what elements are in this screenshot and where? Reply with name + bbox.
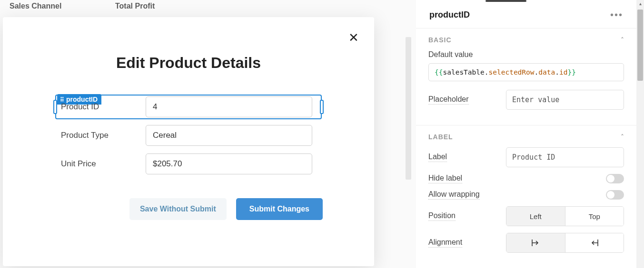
placeholder-input[interactable] [506, 90, 624, 110]
align-left-icon [531, 239, 540, 247]
position-top-button[interactable]: Top [565, 207, 624, 226]
table-header-cell[interactable]: Sales Channel [5, 0, 68, 13]
form-rows: Product ID Product Type Unit Price [57, 95, 320, 174]
position-label: Position [428, 211, 456, 221]
placeholder-label: Placeholder [428, 95, 469, 105]
alignment-label: Alignment [428, 238, 462, 248]
minimap-scroll[interactable] [406, 37, 411, 180]
edit-product-modal: ✕ Edit Product Details productID Product… [3, 17, 374, 266]
chevron-up-icon: ˄ [621, 133, 624, 141]
inspector-panel: productID ••• BASIC ˄ Default value {{sa… [416, 0, 636, 268]
alignment-segmented [506, 233, 624, 253]
scroll-up-icon[interactable]: ▴ [636, 1, 644, 6]
label-label: Label [428, 153, 447, 162]
chevron-up-icon: ˄ [621, 36, 624, 44]
hide-label-toggle[interactable] [606, 174, 624, 183]
allow-wrapping-label: Allow wrapping [428, 190, 480, 200]
save-without-submit-button[interactable]: Save Without Submit [129, 198, 227, 220]
section-label: LABEL ˄ Label Hide label Allow wrapping … [416, 125, 636, 261]
inspector-title: productID [429, 10, 470, 20]
align-right-button[interactable] [565, 233, 624, 252]
form-row-product-type[interactable]: Product Type [57, 125, 320, 146]
field-label: Unit Price [57, 159, 146, 169]
product-id-input[interactable] [146, 96, 312, 117]
table-header: Sales Channel Total Profit [0, 0, 416, 13]
section-header-label[interactable]: LABEL ˄ [428, 133, 624, 141]
section-basic: BASIC ˄ Default value {{salesTable.selec… [416, 28, 636, 125]
align-right-icon [590, 239, 599, 247]
hide-label-label: Hide label [428, 174, 462, 183]
position-left-button[interactable]: Left [506, 207, 565, 226]
form-row-product-id[interactable]: Product ID [55, 95, 322, 119]
field-label: Product Type [57, 131, 146, 140]
default-value-label: Default value [428, 50, 624, 59]
align-left-button[interactable] [506, 233, 565, 252]
allow-wrapping-toggle[interactable] [606, 190, 624, 200]
modal-title: Edit Product Details [27, 54, 350, 72]
section-title: LABEL [428, 133, 453, 141]
form-row-unit-price[interactable]: Unit Price [57, 153, 320, 174]
active-tab-indicator [485, 0, 526, 2]
scrollbar-thumb[interactable] [637, 10, 643, 81]
field-label: Product ID [57, 102, 146, 112]
submit-changes-button[interactable]: Submit Changes [236, 198, 323, 220]
unit-price-input[interactable] [146, 153, 312, 174]
label-input[interactable] [506, 147, 624, 167]
section-title: BASIC [428, 36, 452, 44]
default-value-input[interactable]: {{salesTable.selectedRow.data.id}} [428, 63, 624, 81]
table-header-cell[interactable]: Total Profit [110, 0, 159, 13]
resize-handle-right[interactable] [320, 100, 324, 114]
position-segmented: Left Top [506, 206, 624, 226]
section-header-basic[interactable]: BASIC ˄ [428, 36, 624, 44]
close-icon[interactable]: ✕ [348, 31, 359, 44]
more-options-icon[interactable]: ••• [610, 10, 623, 20]
scrollbar[interactable]: ▴ [636, 0, 644, 268]
product-type-input[interactable] [146, 125, 312, 146]
resize-handle-left[interactable] [53, 100, 57, 114]
